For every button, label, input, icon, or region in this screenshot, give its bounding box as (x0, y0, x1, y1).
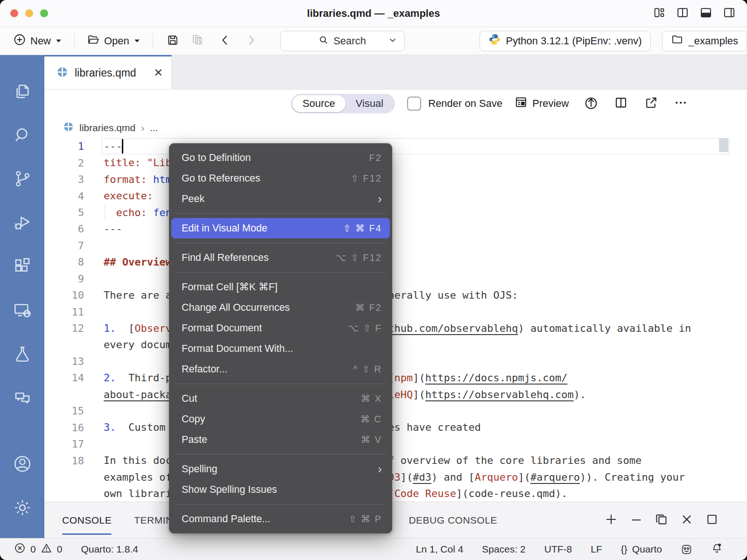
comments-icon[interactable] (0, 376, 44, 420)
code-row[interactable]: 11 (44, 303, 747, 320)
menu-item-format-cell-k-f[interactable]: Format Cell [⌘K ⌘F] (169, 277, 392, 297)
code-row[interactable]: 18In this document we'll provide you wit… (44, 452, 747, 469)
code-row[interactable]: 2title: "Libraries" (44, 154, 747, 171)
preview-label: Preview (532, 98, 569, 110)
open-external-icon[interactable] (644, 96, 658, 112)
code-editor[interactable]: 1---2title: "Libraries"3format: html4exe… (44, 138, 747, 502)
account-icon[interactable] (0, 442, 44, 486)
source-mode-button[interactable]: Source (292, 95, 345, 112)
panel-tab-debug-console[interactable]: DEBUG CONSOLE (409, 502, 497, 538)
close-panel-icon[interactable] (680, 512, 694, 528)
code-row[interactable]: 15 (44, 403, 747, 419)
render-on-save-checkbox[interactable] (407, 97, 421, 111)
settings-gear-icon[interactable] (0, 486, 44, 530)
code-line-text: execute: (104, 188, 153, 204)
testing-icon[interactable] (0, 332, 44, 376)
save-all-button[interactable] (188, 32, 208, 50)
code-row[interactable]: 6--- (44, 221, 747, 237)
scrollbar-thumb[interactable] (719, 138, 728, 152)
code-row[interactable]: 9 (44, 271, 747, 287)
code-row[interactable]: 1--- (44, 138, 747, 154)
menu-item-spelling[interactable]: Spelling› (169, 459, 392, 479)
menu-item-peek[interactable]: Peek› (169, 189, 392, 209)
menu-item-command-palette[interactable]: Command Palette...⇧ ⌘ P (169, 509, 392, 529)
problems-status[interactable]: 0 0 (14, 542, 62, 556)
code-row[interactable]: 10There are a number of libraries that y… (44, 287, 747, 303)
code-row[interactable]: 8## Overview (44, 254, 747, 270)
menu-item-cut[interactable]: Cut⌘ X (169, 388, 392, 409)
preview-button[interactable]: Preview (514, 96, 569, 112)
more-actions-icon[interactable] (674, 96, 688, 112)
maximize-panel-icon[interactable] (705, 512, 719, 528)
code-row[interactable]: 163. Custom libraries that you or your c… (44, 419, 747, 435)
interpreter-selector[interactable]: Python 3.12.1 (PipEnv: .venv) (479, 31, 651, 51)
run-debug-icon[interactable] (0, 201, 44, 245)
menu-item-go-to-references[interactable]: Go to References⇧ F12 (169, 168, 392, 189)
project-selector[interactable]: _examples (662, 31, 747, 51)
explorer-icon[interactable] (0, 69, 44, 113)
menu-item-change-all-occurrences[interactable]: Change All Occurrences⌘ F2 (169, 297, 392, 318)
back-icon[interactable] (219, 34, 231, 49)
search-sidebar-icon[interactable] (0, 113, 44, 157)
menu-item-edit-in-visual-mode[interactable]: Edit in Visual Mode⇧ ⌘ F4 (171, 218, 390, 238)
save-button[interactable] (162, 32, 183, 50)
toggle-panel-icon[interactable] (699, 6, 712, 21)
sessions-icon[interactable] (0, 288, 44, 332)
open-button[interactable]: Open (84, 31, 143, 51)
code-row[interactable]: examples of their usage (including libra… (44, 469, 747, 485)
menu-item-go-to-definition[interactable]: Go to DefinitionF2 (169, 147, 392, 168)
code-row[interactable]: 142. Third-party JavaScript libraries fr… (44, 370, 747, 386)
feedback-smiley-icon[interactable] (681, 544, 692, 555)
code-row[interactable]: 13 (44, 353, 747, 370)
code-row[interactable]: 4execute: (44, 188, 747, 204)
code-row[interactable]: 7 (44, 238, 747, 254)
breadcrumb-file[interactable]: libraries.qmd (79, 122, 135, 133)
forward-icon[interactable] (246, 34, 257, 49)
code-row[interactable]: own libraries is covered in the article … (44, 485, 747, 502)
menu-item-label: Go to References (182, 173, 261, 184)
extensions-icon[interactable] (0, 245, 44, 288)
breadcrumb-more[interactable]: ... (150, 122, 158, 133)
search-placeholder: Search (333, 35, 366, 47)
source-control-icon[interactable] (0, 157, 44, 201)
encoding[interactable]: UTF-8 (544, 544, 572, 555)
split-editor-icon[interactable] (614, 96, 628, 112)
python-icon (488, 33, 501, 49)
menu-item-show-spelling-issues[interactable]: Show Spelling Issues (169, 479, 392, 500)
panel-tab-console[interactable]: CONSOLE (62, 502, 112, 538)
menu-item-copy[interactable]: Copy⌘ C (169, 409, 392, 429)
new-console-icon[interactable] (604, 512, 618, 528)
minimize-panel-icon[interactable] (629, 512, 643, 528)
tab-libraries-qmd[interactable]: libraries.qmd ✕ (44, 55, 172, 89)
menu-item-format-document[interactable]: Format Document⌥ ⇧ F (169, 318, 392, 338)
menu-item-paste[interactable]: Paste⌘ V (169, 429, 392, 450)
customize-layout-icon[interactable] (653, 6, 666, 21)
menu-item-refactor[interactable]: Refactor...^ ⇧ R (169, 359, 392, 379)
code-row[interactable]: about-packages-and-modules) and also [Ob… (44, 386, 747, 403)
code-row[interactable]: 121. [Observable's standard library](htt… (44, 320, 747, 336)
eol[interactable]: LF (591, 544, 602, 555)
quarto-version[interactable]: Quarto: 1.8.4 (81, 544, 138, 555)
source-visual-toggle: Source Visual (291, 94, 395, 113)
cursor-position[interactable]: Ln 1, Col 4 (416, 544, 464, 555)
code-row[interactable]: 3format: html (44, 171, 747, 188)
notification-bell-icon[interactable] (711, 542, 723, 556)
breadcrumb[interactable]: libraries.qmd › ... (44, 118, 747, 138)
render-icon[interactable] (584, 96, 598, 112)
restore-panel-icon[interactable] (655, 512, 669, 528)
indentation[interactable]: Spaces: 2 (482, 544, 525, 555)
code-row[interactable]: 5 echo: fenced (44, 204, 747, 221)
editor-toolbar: Source Visual Render on Save Preview (44, 90, 747, 118)
menu-item-format-document-with[interactable]: Format Document With... (169, 338, 392, 359)
code-row[interactable]: every document. (44, 336, 747, 353)
split-editor-layout-icon[interactable] (676, 6, 689, 21)
toggle-sidebar-icon[interactable] (723, 6, 736, 21)
quarto-file-icon (63, 121, 74, 134)
menu-item-find-all-references[interactable]: Find All References⌥ ⇧ F12 (169, 247, 392, 268)
code-row[interactable]: 17 (44, 436, 747, 452)
visual-mode-button[interactable]: Visual (345, 95, 394, 112)
close-tab-icon[interactable]: ✕ (154, 66, 163, 79)
search-input[interactable]: Search (280, 31, 405, 51)
language-mode[interactable]: {} Quarto (621, 544, 662, 555)
new-button[interactable]: New (10, 31, 65, 51)
